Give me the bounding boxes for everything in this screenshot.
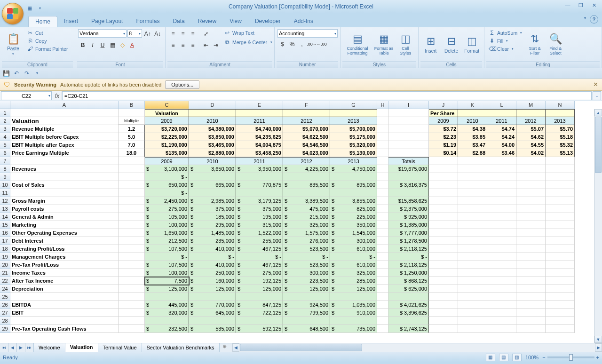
data-cell[interactable]: 924,500 bbox=[283, 301, 330, 309]
cell[interactable] bbox=[429, 237, 458, 245]
row-header-1[interactable]: 1 bbox=[0, 109, 10, 117]
cell[interactable] bbox=[458, 197, 487, 205]
row-label[interactable]: General & Admin bbox=[10, 213, 119, 221]
cell[interactable] bbox=[388, 133, 429, 141]
cell[interactable] bbox=[119, 197, 145, 205]
cell[interactable] bbox=[516, 109, 546, 117]
valuation-cell[interactable]: $4,740,000 bbox=[236, 125, 283, 133]
cell[interactable] bbox=[119, 301, 145, 309]
detail-year-header[interactable]: 2011 bbox=[236, 157, 283, 165]
cell[interactable] bbox=[119, 157, 145, 165]
cell[interactable] bbox=[388, 117, 429, 125]
data-cell[interactable] bbox=[283, 189, 330, 197]
total-cell[interactable]: $ 7,777,000 bbox=[388, 229, 429, 237]
data-cell[interactable]: 100,000 bbox=[145, 269, 189, 277]
data-cell[interactable]: 350,000 bbox=[330, 221, 377, 229]
cell[interactable] bbox=[377, 253, 388, 261]
data-cell[interactable]: 3,650,000 bbox=[189, 165, 236, 173]
cell[interactable] bbox=[377, 293, 388, 301]
cell[interactable] bbox=[458, 181, 487, 189]
cell[interactable] bbox=[487, 181, 516, 189]
data-cell[interactable]: 315,000 bbox=[236, 221, 283, 229]
row-header-28[interactable]: 28 bbox=[0, 317, 10, 325]
cell[interactable] bbox=[119, 325, 145, 333]
pershare-cell[interactable]: $2.88 bbox=[458, 149, 487, 157]
align-top-button[interactable]: ≡ bbox=[168, 29, 178, 39]
row-header-5[interactable]: 5 bbox=[0, 141, 10, 149]
cell[interactable] bbox=[377, 149, 388, 157]
pershare-cell[interactable]: $3.72 bbox=[429, 125, 458, 133]
year-header[interactable]: 2009 bbox=[145, 117, 189, 125]
cell[interactable] bbox=[377, 317, 388, 325]
data-cell[interactable]: 467,125 bbox=[236, 261, 283, 269]
valuation-cell[interactable]: $4,546,500 bbox=[283, 141, 330, 149]
normal-view-button[interactable]: ▦ bbox=[486, 354, 495, 361]
formula-input[interactable]: =C20-C21 bbox=[62, 91, 592, 100]
data-cell[interactable] bbox=[283, 173, 330, 181]
col-header-F[interactable]: F bbox=[283, 101, 330, 109]
cell[interactable] bbox=[377, 165, 388, 173]
valuation-cell[interactable]: $1,190,000 bbox=[145, 141, 189, 149]
cell[interactable] bbox=[546, 173, 575, 181]
cell[interactable] bbox=[377, 245, 388, 253]
cell[interactable] bbox=[377, 221, 388, 229]
row-label[interactable]: Payroll costs bbox=[10, 205, 119, 213]
data-cell[interactable]: 648,500 bbox=[283, 325, 330, 333]
data-cell[interactable]: 722,125 bbox=[236, 309, 283, 317]
row-header-22[interactable]: 22 bbox=[0, 277, 10, 285]
minimize-button[interactable]: — bbox=[562, 2, 573, 8]
delete-cells-button[interactable]: ⊟Delete bbox=[442, 29, 461, 59]
data-cell[interactable]: 2,985,000 bbox=[189, 197, 236, 205]
cell[interactable] bbox=[119, 285, 145, 293]
cell[interactable] bbox=[377, 309, 388, 317]
sheet-tab-welcome[interactable]: Welcome bbox=[34, 343, 65, 352]
data-cell[interactable]: $ - bbox=[236, 253, 283, 261]
data-cell[interactable]: 125,000 bbox=[330, 285, 377, 293]
cell[interactable] bbox=[487, 173, 516, 181]
sheet-tab-terminal-value[interactable]: Terminal Value bbox=[98, 343, 142, 352]
format-as-table-button[interactable]: ▦Format as Table bbox=[373, 29, 394, 59]
cell[interactable] bbox=[458, 157, 487, 165]
data-cell[interactable] bbox=[330, 317, 377, 325]
cell[interactable] bbox=[377, 237, 388, 245]
sheet-nav-first-icon[interactable]: ⏮ bbox=[0, 343, 8, 352]
cell[interactable] bbox=[119, 213, 145, 221]
zoom-in-button[interactable]: + bbox=[596, 355, 599, 360]
data-cell[interactable]: 523,500 bbox=[283, 245, 330, 253]
data-cell[interactable]: $ - bbox=[145, 189, 189, 197]
cell[interactable] bbox=[546, 269, 575, 277]
cell[interactable] bbox=[546, 301, 575, 309]
data-cell[interactable]: 467,125 bbox=[236, 245, 283, 253]
cell[interactable] bbox=[119, 205, 145, 213]
security-options-button[interactable]: Options... bbox=[165, 80, 199, 89]
cell[interactable] bbox=[546, 197, 575, 205]
security-close-icon[interactable]: ✕ bbox=[593, 81, 598, 88]
cell[interactable] bbox=[546, 293, 575, 301]
total-cell[interactable]: $ 4,021,625 bbox=[388, 301, 429, 309]
cell[interactable] bbox=[458, 173, 487, 181]
cell[interactable] bbox=[516, 157, 546, 165]
cell[interactable] bbox=[330, 109, 377, 117]
cell[interactable] bbox=[487, 301, 516, 309]
row-header-27[interactable]: 27 bbox=[0, 309, 10, 317]
tab-formulas[interactable]: Formulas bbox=[129, 16, 166, 27]
cell[interactable] bbox=[189, 109, 236, 117]
cell[interactable] bbox=[546, 157, 575, 165]
data-cell[interactable]: 1,485,000 bbox=[189, 229, 236, 237]
row-header-8[interactable]: 8 bbox=[0, 165, 10, 173]
row-header-17[interactable]: 17 bbox=[0, 237, 10, 245]
cell[interactable] bbox=[487, 189, 516, 197]
pershare-cell[interactable]: $0.14 bbox=[429, 149, 458, 157]
cell[interactable] bbox=[119, 261, 145, 269]
data-cell[interactable]: 125,000 bbox=[145, 285, 189, 293]
cell[interactable] bbox=[10, 157, 119, 165]
data-cell[interactable]: 847,125 bbox=[236, 301, 283, 309]
row-label[interactable]: Cost of Sales bbox=[10, 181, 119, 189]
cell[interactable] bbox=[119, 221, 145, 229]
sheet-nav-next-icon[interactable]: ▶ bbox=[17, 343, 25, 352]
cell[interactable] bbox=[388, 141, 429, 149]
total-cell[interactable]: $ 2,375,000 bbox=[388, 205, 429, 213]
data-cell[interactable] bbox=[236, 293, 283, 301]
data-cell[interactable] bbox=[330, 189, 377, 197]
col-header-A[interactable]: A bbox=[10, 101, 119, 109]
